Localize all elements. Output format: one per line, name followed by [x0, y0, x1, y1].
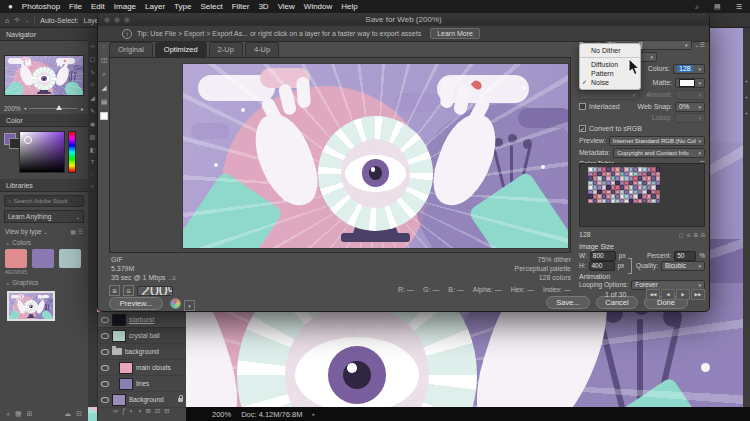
learn-more-button[interactable]: Learn More: [430, 28, 480, 39]
colors-dropdown[interactable]: 128 ▾: [673, 64, 705, 74]
layer-name[interactable]: crystal ball: [129, 332, 160, 339]
move-tool-icon[interactable]: ⊹: [90, 42, 95, 49]
browser-select-chevron-icon[interactable]: ▾: [184, 300, 195, 311]
layer-row-crystal-ball[interactable]: crystal ball: [98, 328, 186, 344]
navigator-panel-header[interactable]: Navigator: [0, 28, 88, 41]
layer-row-starburst[interactable]: starburst: [98, 312, 186, 328]
zoom-level-dropdown[interactable]: 200% ▾: [137, 286, 173, 296]
navigator-thumbnail[interactable]: [4, 55, 84, 96]
graphics-group-label[interactable]: ⌄ Graphics: [0, 276, 88, 289]
libraries-panel-header[interactable]: Libraries: [0, 179, 88, 192]
sfw-eyedropper-swatch[interactable]: [100, 112, 108, 120]
zoom-out-icon[interactable]: ◂: [24, 105, 27, 111]
layer-fx-icon[interactable]: ƒ: [122, 407, 126, 414]
saturation-box[interactable]: [19, 131, 65, 173]
tab-optimized[interactable]: Optimized: [155, 42, 207, 57]
hue-strip[interactable]: [68, 131, 76, 173]
browser-icon[interactable]: [170, 298, 181, 309]
menu-item-layer[interactable]: Layer: [145, 2, 165, 11]
layer-name[interactable]: Background: [129, 396, 164, 403]
visibility-eye-icon[interactable]: [101, 317, 109, 323]
sfw-eyedropper-tool-icon[interactable]: ◢: [102, 84, 107, 92]
sfw-toggle-tool-icon[interactable]: ▤: [101, 98, 107, 106]
layer-name[interactable]: lines: [136, 380, 149, 387]
tab-original[interactable]: Original: [109, 42, 153, 57]
preview-pane[interactable]: [109, 57, 571, 253]
matte-dropdown[interactable]: ▾: [675, 78, 705, 88]
library-search-input[interactable]: ⌕ Search Adobe Stock: [4, 195, 84, 207]
delete-icon[interactable]: ⊟: [76, 410, 82, 418]
menu-item-filter[interactable]: Filter: [232, 2, 250, 11]
menu-item-view[interactable]: View: [278, 2, 295, 11]
apple-menu-icon[interactable]: ●: [8, 2, 13, 11]
add-icon[interactable]: +: [6, 411, 10, 418]
menu-item-window[interactable]: Window: [304, 2, 332, 11]
type-tool-icon[interactable]: T: [91, 159, 95, 165]
previous-frame-button[interactable]: ◀: [661, 289, 675, 300]
crop-tool-icon[interactable]: ⌗: [91, 81, 94, 88]
layer-name[interactable]: background: [125, 348, 159, 355]
lasso-tool-icon[interactable]: ∿: [90, 68, 95, 75]
navigator-zoom-value[interactable]: 200%: [4, 105, 21, 112]
layer-mask-icon[interactable]: ◐: [130, 407, 134, 414]
expand-icon[interactable]: +: [745, 110, 749, 116]
expand-icon[interactable]: +: [745, 94, 749, 100]
eyedropper-tool-icon[interactable]: ◢: [90, 94, 95, 101]
menu-item-help[interactable]: Help: [341, 2, 357, 11]
color-picker-ring[interactable]: [24, 136, 32, 144]
zoom-in-icon[interactable]: ▸: [81, 105, 84, 112]
search-icon[interactable]: ⌕: [695, 3, 699, 11]
visibility-eye-icon[interactable]: [101, 397, 109, 403]
color-swatch[interactable]: [656, 199, 661, 204]
preview-in-browser-button[interactable]: Preview...: [109, 297, 163, 310]
expand-icon[interactable]: +: [745, 78, 749, 84]
width-input[interactable]: 800: [590, 251, 616, 261]
layer-adjust-icon[interactable]: ◑: [137, 407, 141, 414]
move-tool-icon[interactable]: ⊹: [14, 16, 20, 24]
close-window-icon[interactable]: [104, 17, 110, 23]
grid-icon[interactable]: ▦: [15, 410, 22, 418]
optimized-preview-image[interactable]: [182, 63, 569, 249]
foreground-background-swatch[interactable]: [4, 133, 16, 145]
marquee-tool-icon[interactable]: ▢: [90, 55, 96, 62]
statusbar-zoom[interactable]: 200%: [212, 410, 231, 419]
tab-4-up[interactable]: 4-Up: [245, 42, 279, 57]
home-icon[interactable]: ⌂: [5, 17, 9, 24]
looping-dropdown[interactable]: Forever▾: [631, 280, 705, 290]
sync-icon[interactable]: ☁: [64, 410, 71, 418]
library-color-swatch[interactable]: [5, 249, 27, 268]
gradient-tool-icon[interactable]: ◧: [90, 146, 96, 153]
navigator-zoom-slider[interactable]: [29, 108, 78, 109]
learn-anything-row[interactable]: Learn Anything ⌄: [4, 210, 84, 223]
convert-srgb-checkbox[interactable]: ✓: [579, 125, 586, 132]
workspace-icon[interactable]: ▤: [714, 3, 721, 11]
folder-icon[interactable]: ⊞: [27, 410, 33, 418]
layer-row-background[interactable]: background: [98, 344, 186, 360]
tab-2-up[interactable]: 2-Up: [209, 42, 243, 57]
library-color-swatch[interactable]: [32, 249, 54, 268]
lock-swatch-icon[interactable]: ⊘: [686, 232, 690, 238]
sfw-slice-tool-icon[interactable]: ◫: [101, 56, 107, 64]
clone-tool-icon[interactable]: ◉: [90, 120, 95, 127]
menu-item-select[interactable]: Select: [200, 2, 222, 11]
library-color-swatch[interactable]: [59, 249, 81, 268]
layer-group-icon[interactable]: ⊞: [145, 407, 150, 415]
library-graphic-thumbnail[interactable]: [7, 291, 55, 321]
layer-row-lines[interactable]: lines: [98, 376, 186, 392]
hand-tool-icon[interactable]: ⊞: [109, 285, 120, 296]
menu-item-image[interactable]: Image: [114, 2, 136, 11]
snap-swatch-icon[interactable]: ▢: [679, 232, 684, 238]
menu-item-3d[interactable]: 3D: [258, 2, 268, 11]
next-frame-button[interactable]: ▶▶: [691, 289, 705, 300]
first-frame-button[interactable]: ◀◀: [646, 289, 660, 300]
statusbar-chevron-icon[interactable]: ▸: [312, 411, 315, 417]
menu-item-photoshop[interactable]: Photoshop: [22, 2, 60, 11]
layer-name[interactable]: starburst: [129, 316, 154, 323]
visibility-eye-icon[interactable]: [101, 349, 109, 355]
visibility-eye-icon[interactable]: [101, 381, 109, 387]
add-swatch-icon[interactable]: ⊞: [694, 232, 698, 238]
menu-item-file[interactable]: File: [69, 2, 82, 11]
brush-tool-icon[interactable]: ✎: [90, 107, 95, 114]
zoom-tool-icon[interactable]: ⌕: [91, 183, 94, 190]
menu-item-no-dither[interactable]: No Dither: [580, 46, 640, 55]
